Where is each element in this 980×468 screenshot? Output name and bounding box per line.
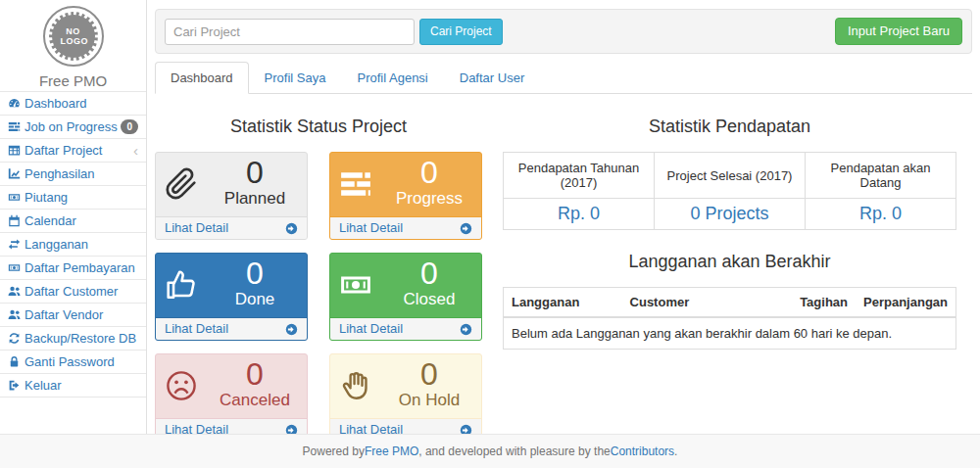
lihat-detail-link[interactable]: Lihat Detail: [330, 317, 481, 340]
sidebar-item-label: Daftar Vendor: [24, 307, 138, 322]
logo-text: NO LOGO: [61, 26, 86, 46]
arrow-circle-right-icon: [285, 222, 298, 235]
income-value-link[interactable]: Rp. 0: [504, 199, 655, 230]
line-chart-icon: [8, 167, 24, 180]
search-input[interactable]: [165, 19, 415, 45]
status-label: Closed: [377, 290, 481, 309]
tab-bar: DashboardProfil SayaProfil AgensiDaftar …: [155, 62, 972, 94]
logo-circle: NO LOGO: [43, 6, 104, 67]
sidebar-item-label: Piutang: [24, 190, 138, 205]
sidebar-item-ganti-password[interactable]: Ganti Password: [0, 350, 146, 373]
status-card-body: 0Closed: [330, 257, 481, 317]
refresh-icon: [8, 332, 24, 345]
subscription-empty-message: Belum ada Langganan yang akan berakhir d…: [504, 317, 956, 349]
footer-text: , and developed with pleasure by the: [418, 445, 610, 458]
sidebar-item-daftar-vendor[interactable]: Daftar Vendor: [0, 303, 146, 326]
lihat-detail-link[interactable]: Lihat Detail: [156, 216, 307, 239]
status-card-done: 0DoneLihat Detail: [155, 253, 308, 341]
status-label: Planned: [203, 189, 307, 209]
sidebar-item-label: Daftar Project: [24, 143, 133, 158]
lock-icon: [8, 355, 24, 368]
new-project-button[interactable]: Input Project Baru: [835, 18, 962, 45]
sidebar-item-backup-restore-db[interactable]: Backup/Restore DB: [0, 326, 146, 350]
status-card-on-hold: 0On HoldLihat Detail: [329, 353, 482, 442]
free-pmo-dashboard: NO LOGO Free PMO DashboardJob on Progres…: [0, 0, 980, 468]
status-label: On Hold: [377, 391, 481, 410]
income-table: Pendapatan Tahunan (2017)Project Selesai…: [503, 152, 956, 230]
arrow-circle-right-icon: [460, 323, 472, 336]
status-card-body: 0Done: [156, 257, 307, 317]
sidebar-item-keluar[interactable]: Keluar: [0, 373, 146, 398]
search-panel: Cari Project Input Project Baru: [155, 9, 972, 54]
income-value-link[interactable]: Rp. 0: [806, 199, 956, 230]
chevron-left-icon: ‹: [133, 144, 138, 157]
brand-name: Free PMO: [0, 72, 146, 90]
tab-daftar-user[interactable]: Daftar User: [444, 62, 540, 94]
footer-text: Powered by: [303, 445, 365, 458]
income-value-row: Rp. 00 ProjectsRp. 0: [504, 199, 956, 230]
table-icon: [8, 144, 24, 157]
sidebar-item-job-on-progress[interactable]: Job on Progress0: [0, 115, 146, 138]
income-section: Statistik Pendapatan Pendapatan Tahunan …: [503, 108, 956, 442]
sidebar-item-piutang[interactable]: Piutang: [0, 185, 146, 209]
tachometer-icon: [8, 97, 24, 110]
status-card-body: 0On Hold: [330, 357, 481, 418]
status-card-canceled: 0CanceledLihat Detail: [155, 353, 308, 442]
frown-icon: [165, 369, 198, 402]
lihat-detail-link[interactable]: Lihat Detail: [156, 317, 307, 340]
tab-profil-saya[interactable]: Profil Saya: [249, 62, 342, 94]
status-card-body: 0Progress: [330, 156, 481, 216]
income-value-link[interactable]: 0 Projects: [655, 199, 806, 230]
income-header-row: Pendapatan Tahunan (2017)Project Selesai…: [504, 153, 956, 199]
tab-profil-agensi[interactable]: Profil Agensi: [341, 62, 443, 94]
status-count: 0: [203, 357, 307, 391]
sidebar-item-langganan[interactable]: Langganan: [0, 232, 146, 256]
lihat-detail-label: Lihat Detail: [339, 221, 403, 235]
main-content: Cari Project Input Project Baru Dashboar…: [147, 0, 980, 435]
sidebar-item-label: Backup/Restore DB: [24, 331, 138, 346]
subscription-table: LanggananCustomerTagihanPerpanjangan Bel…: [504, 288, 956, 349]
thumbs-up-icon: [165, 268, 198, 302]
income-section-title: Statistik Pendapatan: [503, 117, 956, 137]
search-button[interactable]: Cari Project: [419, 19, 503, 45]
subs-header-perpanjangan: Perpanjangan: [856, 288, 956, 317]
sidebar-item-daftar-customer[interactable]: Daftar Customer: [0, 279, 146, 303]
lihat-detail-label: Lihat Detail: [165, 322, 228, 336]
lihat-detail-link[interactable]: Lihat Detail: [330, 216, 481, 239]
subscription-header-row: LanggananCustomerTagihanPerpanjangan: [504, 288, 956, 317]
income-header: Pendapatan Tahunan (2017): [504, 153, 655, 199]
app-logo: NO LOGO: [0, 6, 146, 67]
sidebar-item-penghasilan[interactable]: Penghasilan: [0, 162, 146, 185]
status-count: 0: [377, 257, 481, 290]
sidebar-item-daftar-pembayaran[interactable]: Daftar Pembayaran: [0, 256, 146, 279]
sidebar-item-calendar[interactable]: Calendar: [0, 209, 146, 232]
footer-text: .: [674, 445, 677, 458]
sidebar-item-label: Dashboard: [24, 96, 138, 111]
sidebar-item-label: Keluar: [24, 378, 138, 393]
status-section-title: Statistik Status Project: [155, 117, 482, 137]
free-pmo-link[interactable]: Free PMO: [365, 445, 418, 458]
sidebar-item-label: Langganan: [24, 237, 138, 252]
status-count: 0: [377, 357, 481, 391]
sidebar-item-daftar-project[interactable]: Daftar Project‹: [0, 138, 146, 162]
sidebar-item-dashboard[interactable]: Dashboard: [0, 91, 146, 115]
paperclip-icon: [165, 167, 198, 201]
count-badge: 0: [121, 119, 138, 134]
calendar-icon: [8, 214, 24, 227]
status-cards: 0PlannedLihat Detail0ProgressLihat Detai…: [155, 152, 482, 442]
retweet-icon: [8, 238, 24, 251]
status-count: 0: [203, 257, 307, 290]
arrow-circle-right-icon: [460, 222, 472, 235]
money-icon: [8, 191, 24, 204]
users-icon: [8, 308, 24, 321]
hand-paper-icon: [339, 369, 372, 402]
tab-dashboard[interactable]: Dashboard: [155, 62, 249, 94]
status-label: Done: [203, 290, 307, 309]
status-card-body: 0Canceled: [156, 357, 307, 418]
status-card-closed: 0ClosedLihat Detail: [329, 253, 482, 341]
page-footer: Powered by Free PMO , and developed with…: [0, 434, 980, 468]
status-section: Statistik Status Project 0PlannedLihat D…: [155, 108, 482, 442]
status-label: Progress: [377, 189, 481, 209]
contributors-link[interactable]: Contributors: [611, 445, 674, 458]
subscription-table-wrap: LanggananCustomerTagihanPerpanjangan Bel…: [503, 287, 956, 350]
